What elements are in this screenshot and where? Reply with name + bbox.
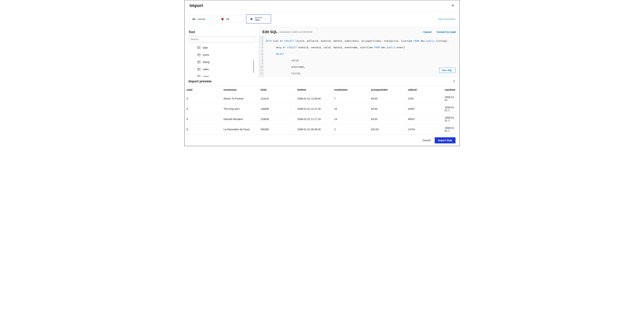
cell-priceperticket: 63.00 bbox=[369, 114, 406, 124]
search-input[interactable] bbox=[188, 36, 255, 42]
s3-icon bbox=[221, 17, 224, 21]
table-label: listing bbox=[203, 61, 209, 64]
table-label: users bbox=[203, 75, 209, 77]
table-row[interactable]: 6The King and I1468392008-01-01 12:37:20… bbox=[185, 104, 460, 114]
cell-catid: 6 bbox=[185, 104, 222, 114]
cell-sellerid: 14754 bbox=[406, 124, 443, 135]
svg-rect-3 bbox=[198, 54, 200, 56]
editor-title: Edit SQL bbox=[262, 30, 278, 34]
col-listtime[interactable]: listtime bbox=[296, 86, 332, 94]
source-upload-label: Upload bbox=[197, 18, 205, 21]
scrollbar-thumb[interactable] bbox=[253, 60, 254, 73]
cell-eventname: The King and I bbox=[222, 104, 259, 114]
table-row[interactable]: 9Hannah Montana1538352008-01-01 11:17:16… bbox=[185, 114, 460, 124]
col-listid[interactable]: listid bbox=[259, 86, 296, 94]
svg-rect-0 bbox=[198, 47, 200, 49]
table-item-users[interactable]: users bbox=[188, 73, 254, 77]
table-icon bbox=[197, 67, 201, 71]
sql-editor[interactable]: 123456789101112 WITH Ccq7 AS (SELECT lis… bbox=[259, 36, 460, 77]
table-item-sales[interactable]: sales bbox=[188, 66, 254, 73]
table-item-date[interactable]: date bbox=[188, 44, 254, 51]
cell-eventname: Hannah Montana bbox=[222, 114, 259, 124]
cell-starttime: 2008-01-01 1 bbox=[443, 124, 460, 135]
col-sellerid[interactable]: sellerid bbox=[406, 86, 443, 94]
add-connection-link[interactable]: Add connection bbox=[438, 18, 456, 21]
table-label: event bbox=[203, 53, 209, 56]
cell-starttime: 2008-01-01 1 bbox=[443, 104, 460, 114]
autosave-status: Autosaved 11/18/21 at 8:30:45 AM bbox=[279, 31, 312, 33]
col-catid[interactable]: catid bbox=[185, 86, 222, 94]
col-numtickets[interactable]: numtickets bbox=[332, 86, 369, 94]
footer-cancel-button[interactable]: Cancel bbox=[422, 137, 432, 143]
table-label: date bbox=[203, 46, 208, 49]
source-redshift[interactable]: Redshift Test ⋮ bbox=[246, 14, 271, 24]
cell-starttime: 2008-01-01 bbox=[443, 94, 460, 104]
table-label: sales bbox=[203, 68, 209, 71]
table-row[interactable]: 9Return To Forever1216102008-01-01 12:09… bbox=[185, 94, 460, 104]
table-item-event[interactable]: event bbox=[188, 51, 254, 59]
cell-catid: 9 bbox=[185, 114, 222, 124]
redshift-icon bbox=[250, 17, 253, 21]
kebab-icon[interactable]: ⋮ bbox=[265, 18, 267, 21]
cell-numtickets: 24 bbox=[332, 104, 369, 114]
svg-rect-9 bbox=[198, 68, 200, 70]
cell-listtime: 2008-01-01 12:09:40 bbox=[296, 94, 332, 104]
cell-listid: 206280 bbox=[259, 124, 296, 135]
table-icon bbox=[197, 46, 201, 50]
source-upload[interactable]: Upload bbox=[188, 15, 214, 23]
convert-to-node[interactable]: Convert to node bbox=[437, 31, 456, 34]
line-gutter: 123456789101112 bbox=[259, 36, 264, 77]
collapse-icon[interactable] bbox=[453, 80, 456, 83]
table-icon bbox=[197, 60, 201, 64]
cell-listid: 146839 bbox=[259, 104, 296, 114]
run-sql-button[interactable]: Run SQL bbox=[439, 68, 456, 73]
cell-listid: 121610 bbox=[259, 94, 296, 104]
source-redshift-main: Test bbox=[255, 19, 262, 22]
close-icon[interactable]: ✕ bbox=[451, 3, 454, 8]
col-starttime[interactable]: starttime bbox=[443, 86, 460, 94]
table-header-row: catid eventname listid listtime numticke… bbox=[185, 86, 460, 94]
svg-rect-6 bbox=[198, 61, 200, 63]
connection-title: Test bbox=[188, 30, 254, 34]
cell-sellerid: 49537 bbox=[406, 114, 443, 124]
col-eventname[interactable]: eventname bbox=[222, 86, 259, 94]
sql-code[interactable]: WITH Ccq7 AS (SELECT listid, sellerid, e… bbox=[264, 36, 451, 77]
table-row[interactable]: 8La Damnation de Faust2062802008-01-01 0… bbox=[185, 124, 460, 135]
cell-listtime: 2008-01-01 12:37:20 bbox=[296, 104, 332, 114]
cell-priceperticket: 99.00 bbox=[369, 94, 406, 104]
cell-numtickets: 2 bbox=[332, 124, 369, 135]
cell-eventname: La Damnation de Faust bbox=[222, 124, 259, 135]
import-data-button[interactable]: Import Data bbox=[435, 137, 456, 143]
cell-eventname: Return To Forever bbox=[222, 94, 259, 104]
cell-starttime: 2008-01-01 1 bbox=[443, 114, 460, 124]
preview-table: catid eventname listid listtime numticke… bbox=[184, 86, 460, 135]
source-s3-label: S3 bbox=[226, 18, 229, 21]
cloud-upload-icon bbox=[192, 17, 196, 21]
col-priceperticket[interactable]: priceperticket bbox=[369, 86, 406, 94]
page-title: Import bbox=[190, 3, 203, 8]
table-icon bbox=[197, 75, 201, 77]
cell-priceperticket: 93.00 bbox=[369, 104, 406, 114]
cell-sellerid: 3709 bbox=[406, 94, 443, 104]
table-item-listing[interactable]: listing bbox=[188, 59, 254, 66]
cell-catid: 9 bbox=[185, 94, 222, 104]
editor-cancel[interactable]: Cancel bbox=[423, 31, 432, 34]
table-icon bbox=[197, 53, 201, 57]
cell-sellerid: 42967 bbox=[406, 104, 443, 114]
cell-priceperticket: 823.00 bbox=[369, 124, 406, 135]
cell-listtime: 2008-01-01 06:38:45 bbox=[296, 124, 332, 135]
cell-listid: 153835 bbox=[259, 114, 296, 124]
cell-catid: 8 bbox=[185, 124, 222, 135]
source-s3[interactable]: S3 bbox=[217, 15, 242, 23]
cell-numtickets: 14 bbox=[332, 114, 369, 124]
cell-numtickets: 7 bbox=[332, 94, 369, 104]
preview-title: Import preview bbox=[188, 80, 212, 83]
cell-listtime: 2008-01-01 11:17:16 bbox=[296, 114, 332, 124]
